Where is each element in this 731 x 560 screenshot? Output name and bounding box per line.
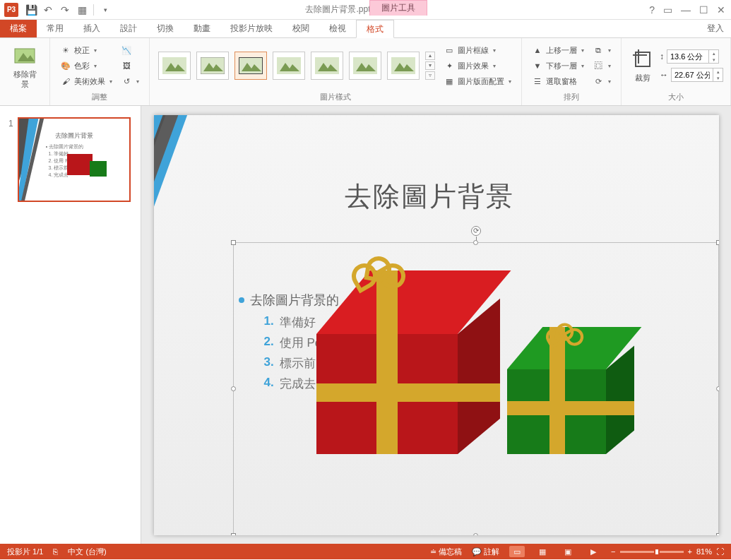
tab-slideshow[interactable]: 投影片放映 xyxy=(220,20,283,37)
slide-thumbnail-1[interactable]: 1 去除圖片背景 • 去除圖片背景的 1. 準備好 2. 使用 Po 3. 標示… xyxy=(8,117,132,202)
tab-design[interactable]: 設計 xyxy=(110,20,147,37)
title-bar: P3 💾 ↶ ↷ ▦ ▾ 去除圖片背景.pptx - PowerPoint 圖片… xyxy=(0,0,731,20)
zoom-level[interactable]: 81% xyxy=(696,547,712,556)
gallery-row-down[interactable]: ▾ xyxy=(425,61,435,70)
group-remove-bg: 移除背景 xyxy=(0,38,50,105)
gallery-more: ▴ ▾ ▿ xyxy=(425,52,435,80)
separator xyxy=(93,4,94,16)
reset-picture-button[interactable]: ↺▾ xyxy=(118,74,142,88)
close-icon[interactable]: ✕ xyxy=(717,4,725,16)
language-indicator[interactable]: 中文 (台灣) xyxy=(68,547,106,557)
minimize-icon[interactable]: — xyxy=(681,4,691,16)
group-button[interactable]: ⿴▾ xyxy=(590,59,614,73)
normal-view-button[interactable]: ▭ xyxy=(509,546,525,557)
width-input[interactable] xyxy=(672,71,713,79)
tab-home[interactable]: 常用 xyxy=(37,20,73,37)
svg-rect-4 xyxy=(201,57,225,74)
spellcheck-icon[interactable]: ⎘ xyxy=(53,547,58,556)
style-tile-6[interactable] xyxy=(349,52,381,80)
signin-link[interactable]: 登入 xyxy=(707,20,731,37)
width-icon: ↔ xyxy=(660,70,668,80)
group-picture-styles: ▴ ▾ ▿ ▭圖片框線▾ ✦圖片效果▾ ▦圖片版面配置▾ 圖片樣式 xyxy=(150,38,522,105)
zoom-slider[interactable] xyxy=(620,551,684,553)
svg-rect-10 xyxy=(315,57,339,74)
crop-button[interactable]: 裁剪 xyxy=(627,45,658,85)
comments-button[interactable]: 💬 註解 xyxy=(472,547,499,557)
slide-indicator[interactable]: 投影片 1/1 xyxy=(7,547,43,557)
svg-rect-6 xyxy=(239,57,263,74)
remove-background-button[interactable]: 移除背景 xyxy=(6,42,44,91)
tab-review[interactable]: 校閱 xyxy=(283,20,319,37)
style-tile-7[interactable] xyxy=(387,52,420,80)
height-down[interactable]: ▾ xyxy=(708,56,718,63)
svg-rect-2 xyxy=(162,57,186,74)
tab-insert[interactable]: 插入 xyxy=(73,20,110,37)
slide-title[interactable]: 去除圖片背景 xyxy=(345,179,514,215)
start-from-beginning-icon[interactable]: ▦ xyxy=(76,4,88,16)
ribbon-options-icon[interactable]: ▭ xyxy=(663,4,672,16)
quick-access-toolbar: 💾 ↶ ↷ ▦ ▾ xyxy=(25,4,111,16)
tab-transitions[interactable]: 切換 xyxy=(147,20,184,37)
ribbon-tabs: 檔案 常用 插入 設計 切換 動畫 投影片放映 校閱 檢視 格式 登入 xyxy=(0,20,731,38)
ribbon: 移除背景 ☀校正▾ 🎨色彩▾ 🖌美術效果▾ 📉 🖼 ↺▾ 調整 xyxy=(0,38,731,106)
qat-more-icon[interactable]: ▾ xyxy=(100,4,111,16)
change-picture-button[interactable]: 🖼 xyxy=(118,59,142,73)
height-input[interactable] xyxy=(667,52,708,61)
tab-animations[interactable]: 動畫 xyxy=(184,20,220,37)
tab-format[interactable]: 格式 xyxy=(356,20,394,38)
style-tile-2[interactable] xyxy=(196,52,229,80)
workspace: 1 去除圖片背景 • 去除圖片背景的 1. 準備好 2. 使用 Po 3. 標示… xyxy=(0,106,731,544)
width-spinner[interactable]: ▴▾ xyxy=(671,68,723,82)
compress-pictures-button[interactable]: 📉 xyxy=(118,43,142,57)
slide-canvas-area[interactable]: 去除圖片背景 去除圖片背景的 1.準備好 2.使用 Po 3.標示前 4.完成去 xyxy=(141,106,731,544)
reading-view-button[interactable]: ▣ xyxy=(560,546,576,557)
tab-file[interactable]: 檔案 xyxy=(0,20,37,37)
save-icon[interactable]: 💾 xyxy=(25,4,37,16)
fit-to-window-button[interactable]: ⛶ xyxy=(716,547,724,556)
artistic-effects-button[interactable]: 🖌美術效果▾ xyxy=(57,74,115,88)
width-up[interactable]: ▴ xyxy=(713,68,723,75)
picture-layout-button[interactable]: ▦圖片版面配置▾ xyxy=(441,74,514,88)
gallery-expand[interactable]: ▿ xyxy=(425,71,435,80)
sorter-view-button[interactable]: ▦ xyxy=(535,546,550,557)
svg-rect-12 xyxy=(353,57,377,74)
height-icon: ↕ xyxy=(660,52,664,61)
style-tile-1[interactable] xyxy=(158,52,191,80)
picture-effects-button[interactable]: ✦圖片效果▾ xyxy=(441,59,514,73)
height-spinner[interactable]: ▴▾ xyxy=(667,49,719,64)
gallery-row-up[interactable]: ▴ xyxy=(425,52,435,60)
undo-icon[interactable]: ↶ xyxy=(42,4,54,16)
rotation-handle[interactable]: ⟳ xyxy=(471,226,481,236)
corrections-button[interactable]: ☀校正▾ xyxy=(57,43,115,57)
help-icon[interactable]: ? xyxy=(649,4,655,16)
group-size: 裁剪 ↕ ▴▾ ↔ ▴▾ 大小 xyxy=(622,38,731,105)
contextual-tab-title: 圖片工具 xyxy=(369,0,427,16)
thumbnail-number: 1 xyxy=(8,119,13,129)
style-tile-5[interactable] xyxy=(311,52,343,80)
width-down[interactable]: ▾ xyxy=(713,75,723,81)
height-up[interactable]: ▴ xyxy=(708,50,718,56)
align-button[interactable]: ⧉▾ xyxy=(590,43,614,57)
picture-border-button[interactable]: ▭圖片框線▾ xyxy=(441,43,514,57)
redo-icon[interactable]: ↷ xyxy=(59,4,71,16)
group-adjust: ☀校正▾ 🎨色彩▾ 🖌美術效果▾ 📉 🖼 ↺▾ 調整 xyxy=(50,38,150,105)
zoom-out-button[interactable]: − xyxy=(611,547,615,556)
slide-thumbnail-panel: 1 去除圖片背景 • 去除圖片背景的 1. 準備好 2. 使用 Po 3. 標示… xyxy=(0,106,141,544)
style-tile-4[interactable] xyxy=(273,52,305,80)
send-backward-button[interactable]: ▼下移一層▾ xyxy=(529,59,587,73)
tab-view[interactable]: 檢視 xyxy=(319,20,356,37)
slideshow-view-button[interactable]: ▶ xyxy=(586,546,601,557)
zoom-in-button[interactable]: + xyxy=(688,547,692,556)
maximize-icon[interactable]: ☐ xyxy=(699,4,708,16)
slide: 去除圖片背景 去除圖片背景的 1.準備好 2.使用 Po 3.標示前 4.完成去 xyxy=(154,115,719,535)
svg-rect-8 xyxy=(277,57,301,74)
notes-button[interactable]: ≐ 備忘稿 xyxy=(430,547,462,557)
style-tile-3[interactable] xyxy=(234,52,267,80)
selection-box[interactable]: ⟳ xyxy=(233,242,719,535)
bring-forward-button[interactable]: ▲上移一層▾ xyxy=(529,43,587,57)
color-button[interactable]: 🎨色彩▾ xyxy=(57,59,115,73)
selection-pane-button[interactable]: ☰選取窗格 xyxy=(529,74,587,88)
group-arrange: ▲上移一層▾ ▼下移一層▾ ☰選取窗格 ⧉▾ ⿴▾ ⟳▾ 排列 xyxy=(522,38,622,105)
rotate-button[interactable]: ⟳▾ xyxy=(590,74,614,88)
app-badge: P3 xyxy=(4,3,18,17)
